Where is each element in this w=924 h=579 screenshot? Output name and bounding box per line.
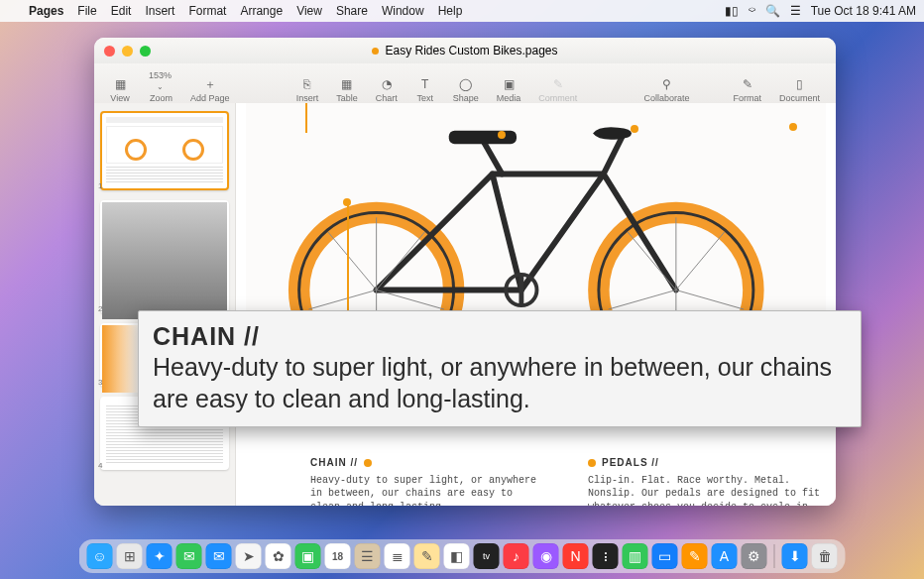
hover-text-overlay: CHAIN // Heavy-duty to super light, or a… — [138, 310, 862, 427]
dock-pages-icon[interactable]: ✎ — [682, 543, 708, 569]
dock-notes-icon[interactable]: ✎ — [414, 543, 440, 569]
toolbar: ▦ View 153% ⌄ Zoom ＋ Add Page ⎘Insert ▦T… — [94, 63, 836, 108]
dock-music-icon[interactable]: ♪ — [504, 543, 529, 569]
dock-podcasts-icon[interactable]: ◉ — [533, 543, 559, 569]
dock-messages-icon[interactable]: ✉ — [176, 543, 202, 569]
chart-label: Chart — [376, 93, 398, 103]
table-icon: ▦ — [337, 77, 357, 91]
dock-appstore-icon[interactable]: A — [712, 543, 738, 569]
menu-insert[interactable]: Insert — [138, 4, 181, 18]
svg-line-7 — [328, 232, 377, 290]
app-menu[interactable]: Pages — [22, 4, 70, 18]
media-label: Media — [497, 93, 521, 103]
dock-downloads-icon[interactable]: ⬇ — [782, 543, 808, 569]
page-number: 2 — [98, 304, 102, 313]
page-thumbnail-1[interactable]: 1 — [100, 111, 229, 190]
collaborate-button[interactable]: ⚲Collaborate — [637, 77, 695, 103]
dock-contacts-icon[interactable]: ☰ — [355, 543, 381, 569]
menu-format[interactable]: Format — [181, 4, 233, 18]
hover-text-title: CHAIN // — [153, 321, 847, 352]
zoom-button[interactable]: 153% ⌄ Zoom — [142, 70, 178, 103]
chain-body[interactable]: Heavy-duty to super light, or anywhere i… — [310, 474, 548, 507]
insert-icon: ⎘ — [297, 77, 317, 91]
page-thumbnails-sidebar[interactable]: 1 2 3 4 — [94, 103, 236, 506]
callout-line — [305, 103, 307, 133]
document-canvas[interactable]: CHAIN // Heavy-duty to super light, or a… — [236, 103, 836, 506]
control-center-icon[interactable]: ☰ — [790, 4, 801, 18]
dock-settings-icon[interactable]: ⚙ — [742, 543, 767, 569]
dock-photos-icon[interactable]: ✿ — [266, 543, 291, 569]
titlebar[interactable]: Easy Rides Custom Bikes.pages — [94, 38, 836, 63]
menu-arrange[interactable]: Arrange — [233, 4, 289, 18]
zoom-value: 153% — [149, 70, 172, 80]
format-icon: ✎ — [738, 77, 757, 91]
dock-launchpad-icon[interactable]: ⊞ — [117, 543, 143, 569]
media-button[interactable]: ▣Media — [491, 77, 527, 103]
pedals-body[interactable]: Clip-in. Flat. Race worthy. Metal. Nonsl… — [588, 474, 826, 507]
dock-reminders-icon[interactable]: ≣ — [385, 543, 410, 569]
dock-maps-icon[interactable]: ➤ — [236, 543, 262, 569]
add-page-label: Add Page — [190, 93, 230, 103]
window-title: Easy Rides Custom Bikes.pages — [385, 44, 557, 58]
svg-line-16 — [676, 290, 744, 310]
menubar: Pages File Edit Insert Format Arrange Vi… — [0, 0, 924, 22]
chart-icon: ◔ — [377, 77, 397, 91]
menu-window[interactable]: Window — [375, 4, 431, 18]
dock-separator — [774, 544, 775, 568]
chart-button[interactable]: ◔Chart — [370, 77, 404, 103]
dock-news-icon[interactable]: N — [563, 543, 589, 569]
text-button[interactable]: TText — [409, 77, 441, 103]
dock-facetime-icon[interactable]: ▣ — [295, 543, 321, 569]
pedals-section: PEDALS // Clip-in. Flat. Race worthy. Me… — [588, 456, 826, 506]
zoom-label: Zoom — [150, 93, 173, 103]
pages-window: Easy Rides Custom Bikes.pages ▦ View 153… — [94, 38, 836, 506]
shape-button[interactable]: ◯Shape — [447, 77, 485, 103]
callout-dot — [498, 131, 506, 139]
svg-line-8 — [377, 232, 425, 290]
document-label: Document — [779, 93, 820, 103]
dock-calendar-icon[interactable]: 18 — [325, 543, 351, 569]
menu-share[interactable]: Share — [329, 4, 375, 18]
view-icon: ▦ — [110, 77, 130, 91]
menu-view[interactable]: View — [289, 4, 329, 18]
view-button[interactable]: ▦ View — [104, 77, 136, 103]
status-icons: ▮▯ ⌔ 🔍 ☰ Tue Oct 18 9:41 AM — [725, 4, 916, 18]
shape-label: Shape — [453, 93, 479, 103]
callout-dot-icon — [364, 459, 372, 467]
table-button[interactable]: ▦Table — [330, 77, 364, 103]
close-button[interactable] — [104, 46, 115, 57]
menu-help[interactable]: Help — [431, 4, 470, 18]
dock-safari-icon[interactable]: ✦ — [147, 543, 173, 569]
text-label: Text — [416, 93, 433, 103]
hover-text-body: Heavy-duty to super light, or anywhere i… — [153, 352, 847, 414]
dock-mail-icon[interactable]: ✉ — [206, 543, 232, 569]
fullscreen-button[interactable] — [140, 46, 151, 57]
menu-edit[interactable]: Edit — [104, 4, 139, 18]
format-button[interactable]: ✎Format — [727, 77, 767, 103]
dock-tv-icon[interactable]: tv — [474, 543, 500, 569]
page-number: 3 — [98, 378, 102, 387]
menu-file[interactable]: File — [70, 4, 103, 18]
insert-button[interactable]: ⎘Insert — [290, 77, 325, 103]
dock-freeform-icon[interactable]: ◧ — [444, 543, 470, 569]
shape-icon: ◯ — [456, 77, 476, 91]
collaborate-label: Collaborate — [643, 93, 689, 103]
format-label: Format — [733, 93, 761, 103]
spotlight-icon[interactable]: 🔍 — [765, 4, 780, 18]
dock-keynote-icon[interactable]: ▭ — [652, 543, 678, 569]
dock-finder-icon[interactable]: ☺ — [87, 543, 113, 569]
dock-trash-icon[interactable]: 🗑 — [812, 543, 838, 569]
callout-dot — [789, 123, 797, 131]
collaborate-icon: ⚲ — [656, 77, 676, 91]
modified-dot-icon — [372, 48, 379, 55]
dock-stocks-icon[interactable]: ⫶ — [593, 543, 619, 569]
add-page-button[interactable]: ＋ Add Page — [184, 77, 236, 103]
document-button[interactable]: ▯Document — [773, 77, 826, 103]
page-thumbnail-2[interactable]: 2 — [100, 200, 229, 313]
clock[interactable]: Tue Oct 18 9:41 AM — [811, 4, 916, 18]
dock-numbers-icon[interactable]: ▥ — [623, 543, 648, 569]
svg-line-14 — [676, 232, 725, 290]
chain-heading: CHAIN // — [310, 456, 358, 470]
dock: ☺⊞✦✉✉➤✿▣18☰≣✎◧tv♪◉N⫶▥▭✎A⚙⬇🗑 — [79, 539, 846, 573]
minimize-button[interactable] — [122, 46, 133, 57]
